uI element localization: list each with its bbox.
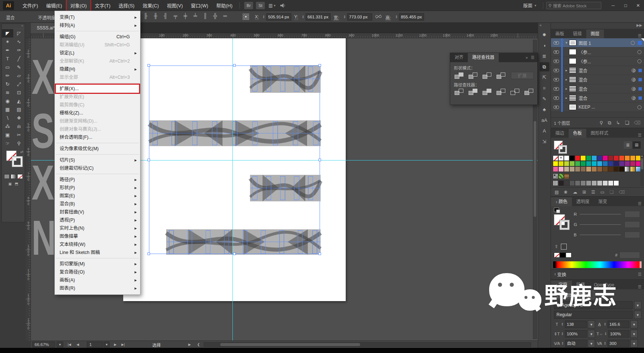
menu-item[interactable]: 变换(T) ▶ [55,13,140,21]
x-stepper[interactable]: ▲▼ [262,14,266,20]
pathfinder-panel-icon[interactable]: ⧉ [540,62,549,71]
delete-layer-icon[interactable]: ⌫ [634,120,641,126]
font-style-input[interactable]: Regular [554,311,633,319]
x-input[interactable]: 505.914 px [266,13,291,21]
panel-menu-icon[interactable]: ☰ [638,201,644,206]
vertical-scale-stepper[interactable]: ▲▼ [561,332,564,336]
visibility-toggle-icon[interactable] [554,41,559,45]
artboard-tool[interactable]: ▣ [2,131,13,139]
tab-gradient[interactable]: 渐变 [594,197,612,206]
tab-swatches[interactable]: 色板 [569,129,586,138]
layer-name[interactable]: 混合 [579,77,587,83]
swatch[interactable] [558,180,564,186]
width-stepper[interactable]: ▲▼ [343,14,346,20]
horizontal-scale-dropdown[interactable]: ▼ [630,330,638,338]
divide-icon[interactable] [455,89,463,95]
y-input[interactable]: 661.331 px [306,13,331,21]
magic-wand-tool[interactable]: ✶ [2,38,13,46]
menu-item[interactable]: 图像描摹 ▶ [55,232,140,240]
menu-item[interactable]: 文本绕排(W) ▶ [55,240,140,248]
selection-handle[interactable] [319,64,321,67]
menu-item[interactable]: 剪切蒙版(M) ▶ [55,260,140,268]
swatch[interactable] [586,180,591,186]
visibility-toggle-icon[interactable] [554,78,559,81]
swatch[interactable] [625,161,630,166]
swatch[interactable] [575,166,580,172]
type-tool[interactable]: T [2,54,13,63]
panel-menu-icon[interactable]: ☰ [638,285,644,289]
expand-layer-icon[interactable]: ▸ [564,87,569,91]
crop-icon[interactable] [497,89,505,95]
layer-name[interactable]: 图层 1 [579,40,591,46]
black-chip[interactable] [560,253,566,258]
artboard-number-input[interactable]: 1 [87,342,103,347]
panel-menu-icon[interactable]: ☰ [638,272,644,277]
ruler-origin[interactable] [26,33,31,38]
minimize-button[interactable]: ─ [607,1,619,10]
scale-tool[interactable]: ⤢ [13,80,25,88]
swatch[interactable] [553,180,558,186]
trim-icon[interactable] [469,89,477,95]
x-label[interactable]: X: [255,14,259,20]
blue-value-input[interactable] [625,232,640,238]
swatch[interactable] [553,161,558,166]
swatch[interactable] [608,166,613,172]
column-graph-tool[interactable]: ılı [13,122,25,131]
merge-icon[interactable] [483,89,491,95]
swatch[interactable] [553,155,558,161]
outline-icon[interactable] [510,89,519,95]
font-size-dropdown[interactable]: ▼ [588,320,595,328]
align-middle-icon[interactable]: ╪ [182,13,189,19]
make-clipping-mask-icon[interactable]: ⧉ [608,120,611,126]
layer-name[interactable]: 混合 [579,67,587,74]
character-styles-panel-icon[interactable]: A [540,126,549,135]
hand-tool[interactable]: ☞ [2,139,13,148]
green-slider[interactable] [580,224,621,225]
distribute-horizontal-icon[interactable]: ║ [202,13,209,19]
swatch[interactable] [619,161,625,166]
selection-handle[interactable] [147,159,150,161]
eyedropper-tool[interactable]: ∖ [2,114,13,122]
eraser-tool[interactable]: ▱ [13,71,25,80]
menu-item[interactable]: 图表(R) ▶ [55,284,140,292]
menubar-item[interactable]: 文件(F) [18,0,42,11]
selection-tool[interactable]: ◤ [2,29,13,38]
blend-tool[interactable]: ❖ [13,114,25,122]
tracking-input[interactable]: 300 [608,340,629,347]
menu-item[interactable]: 全部解锁(K) Alt+Ctrl+2 [55,57,140,65]
minus-back-icon[interactable] [524,89,533,95]
swatch[interactable] [586,155,591,161]
stroke-color-indicator[interactable] [12,156,22,167]
selection-handle[interactable] [147,253,150,255]
tab-character[interactable]: ⇕字符 [551,280,572,289]
font-family-input[interactable]: ⚲ Agency FB [554,301,633,309]
draw-mode-icon[interactable]: ▣ [8,182,12,186]
workspace-switcher[interactable]: 版面▾ [523,2,536,9]
layer-target-icon[interactable] [631,87,636,91]
swatch[interactable] [597,161,602,166]
expand-layer-icon[interactable]: ▸ [564,68,569,72]
swatch[interactable] [613,166,619,172]
selection-handle[interactable] [233,253,236,255]
layer-row[interactable]: ▸ 混合 [551,75,644,84]
swatch[interactable] [558,155,564,161]
menu-item[interactable]: 裁剪图像(C) [55,101,140,109]
menu-item[interactable]: 透视(P) ▶ [55,216,140,224]
swatch[interactable] [597,155,602,161]
menu-item[interactable]: 取消编组(U) Shift+Ctrl+G [55,41,140,49]
layer-name[interactable]: 混合 [579,86,587,92]
swatch-options-icon[interactable]: ☰ [591,190,595,195]
collapse-dock-icon[interactable]: « [538,23,551,29]
gradient-panel-icon[interactable]: ◑ [540,41,549,50]
minus-front-icon[interactable] [469,73,477,79]
layer-row[interactable]: KEEP ... [551,103,644,112]
shape-builder-tool[interactable]: ◉ [2,97,13,105]
layer-row[interactable]: 〈参... [551,47,644,57]
swatch[interactable] [613,155,619,161]
paintbrush-tool[interactable]: ✎ [13,63,25,71]
expand-layer-icon[interactable]: ▾ [564,41,569,45]
font-family-dropdown[interactable]: ▼ [634,301,641,309]
distribute-center-icon[interactable]: ╬ [211,13,219,19]
visibility-toggle-icon[interactable] [554,106,559,109]
swatch[interactable] [591,166,597,172]
